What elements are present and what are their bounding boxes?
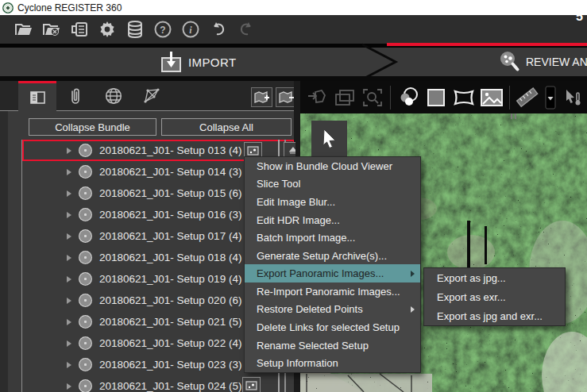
titlebar: Cyclone REGISTER 360 xyxy=(0,0,587,15)
tab-geotags[interactable] xyxy=(95,81,133,111)
project-list-icon xyxy=(30,91,45,104)
context-menu-item[interactable]: Rename Selected Setup xyxy=(245,336,420,355)
submenu-item[interactable]: Export as jpg... xyxy=(424,268,565,287)
expander-icon[interactable] xyxy=(67,190,71,197)
report-icon[interactable] xyxy=(70,20,89,39)
context-menu-item[interactable]: Re-Import Panoramic Images... xyxy=(245,282,420,301)
submenu-arrow-icon xyxy=(411,306,415,313)
menu-item-label: Rename Selected Setup xyxy=(257,340,369,352)
settings-gear-icon[interactable] xyxy=(98,20,117,39)
about-info-icon[interactable]: i xyxy=(181,20,200,39)
select-tool-button[interactable] xyxy=(311,121,347,156)
setup-target-icon xyxy=(79,358,92,371)
redo-icon[interactable] xyxy=(237,20,256,39)
menu-item-label: Slice Tool xyxy=(257,178,300,190)
setup-context-menu: Show in Bundle Cloud Viewer Slice Tool E… xyxy=(244,156,421,373)
submenu-item-label: Export as jpg and exr... xyxy=(437,310,543,322)
setup-image-button[interactable] xyxy=(242,377,261,392)
collapse-bundle-label: Collapse Bundle xyxy=(55,121,130,133)
open-project-icon[interactable] xyxy=(14,20,33,39)
duplicate-view-icon[interactable] xyxy=(334,87,355,108)
cursor-arrow-icon xyxy=(321,129,338,149)
setup-label: 20180621_J01- Setup 013 (4) xyxy=(99,144,241,156)
context-menu-item[interactable]: Setup Information xyxy=(245,354,420,372)
context-menu-item[interactable]: Show in Bundle Cloud Viewer xyxy=(245,157,420,175)
expander-icon[interactable] xyxy=(67,276,71,282)
expander-icon[interactable] xyxy=(67,169,71,175)
context-menu-item[interactable]: Generate Setup Archive(s)... xyxy=(245,247,420,265)
setup-label: 20180621_J01- Setup 018 (4) xyxy=(99,252,241,263)
panorama-view-icon[interactable] xyxy=(454,87,474,108)
collapse-all-label: Collapse All xyxy=(199,121,253,133)
remove-bundle-button[interactable] xyxy=(276,87,295,107)
setup-target-icon xyxy=(79,272,92,286)
collapse-bundle-button[interactable]: Collapse Bundle xyxy=(29,118,156,136)
context-menu-item[interactable]: Slice Tool xyxy=(245,175,420,194)
setup-target-icon xyxy=(79,315,92,329)
rectangle-select-icon[interactable] xyxy=(426,87,446,108)
svg-text:?: ? xyxy=(160,25,165,36)
setup-label: 20180621_J01- Setup 024 (5) xyxy=(99,380,241,392)
context-menu-item[interactable]: Edit HDR Image... xyxy=(245,211,420,229)
setup-label: 20180621_J01- Setup 015 (6) xyxy=(99,187,241,199)
viewport-collapse-handle[interactable] xyxy=(511,113,519,119)
setup-label: 20180621_J01- Setup 021 (5) xyxy=(99,316,241,328)
zoom-to-region-icon[interactable] xyxy=(362,87,383,108)
setup-target-icon xyxy=(79,379,92,392)
submenu-item[interactable]: Export as exr... xyxy=(424,287,565,306)
context-menu-item[interactable]: Edit Image Blur... xyxy=(245,193,420,211)
tab-review-label: REVIEW AN xyxy=(526,56,587,68)
context-menu-item[interactable]: Restore Deleted Points xyxy=(245,301,420,319)
setup-label: 20180621_J01- Setup 019 (4) xyxy=(99,273,241,285)
cyclone-register-360-window: Cyclone REGISTER 360 ? i 5 xyxy=(0,0,587,392)
cluster-colors-icon[interactable] xyxy=(398,87,419,108)
context-menu-item[interactable]: Export Panoramic Images... xyxy=(245,264,420,282)
submenu-item-label: Export as exr... xyxy=(437,291,506,303)
expander-icon[interactable] xyxy=(67,298,71,304)
database-icon[interactable] xyxy=(126,20,145,39)
expander-icon[interactable] xyxy=(67,319,71,325)
tab-links[interactable] xyxy=(133,81,171,111)
tab-review-and-optimize[interactable]: REVIEW AN xyxy=(499,48,587,76)
expander-icon[interactable] xyxy=(67,212,71,218)
main-toolbar: ? i xyxy=(0,15,587,44)
submenu-item-label: Export as jpg... xyxy=(437,272,506,284)
setup-label: 20180621_J01- Setup 023 (3) xyxy=(99,359,241,371)
import-model-space-icon[interactable] xyxy=(307,87,327,108)
export-panoramic-submenu: Export as jpg... Export as exr... Export… xyxy=(423,267,566,326)
toolbar-separator xyxy=(390,86,391,110)
setup-label: 20180621_J01- Setup 017 (4) xyxy=(99,230,241,242)
setup-target-icon xyxy=(79,144,92,157)
close-project-icon[interactable] xyxy=(42,20,61,39)
add-bundle-button[interactable] xyxy=(251,87,272,107)
expander-icon[interactable] xyxy=(67,340,71,347)
setup-label: 20180621_J01- Setup 020 (6) xyxy=(99,294,241,306)
context-menu-item[interactable]: Delete Links for selected Setup xyxy=(245,318,420,336)
image-view-icon[interactable] xyxy=(481,87,502,108)
app-icon xyxy=(2,2,14,13)
setup-label: 20180621_J01- Setup 022 (4) xyxy=(99,337,241,349)
menu-item-label: Re-Import Panoramic Images... xyxy=(257,286,400,298)
expander-icon[interactable] xyxy=(67,383,71,390)
context-menu-item[interactable]: Batch Import Image... xyxy=(245,229,420,247)
expander-icon[interactable] xyxy=(67,255,71,261)
submenu-item[interactable]: Export as jpg and exr... xyxy=(424,306,565,325)
collapse-all-button[interactable]: Collapse All xyxy=(161,118,292,136)
expander-icon[interactable] xyxy=(67,233,71,240)
measure-ruler-icon[interactable] xyxy=(517,87,538,108)
active-stage-red-indicator xyxy=(387,43,587,46)
panel-tab-strip xyxy=(0,81,295,111)
tab-attachments[interactable] xyxy=(56,81,95,111)
help-icon[interactable]: ? xyxy=(153,20,172,39)
expander-icon[interactable] xyxy=(67,148,71,154)
temperature-cursor-icon[interactable] xyxy=(563,87,584,108)
menu-item-label: Restore Deleted Points xyxy=(257,303,363,315)
tab-project-list[interactable] xyxy=(18,81,56,112)
undo-icon[interactable] xyxy=(209,20,228,39)
measure-options-dropdown[interactable] xyxy=(545,87,556,108)
menu-item-label: Delete Links for selected Setup xyxy=(257,321,400,333)
tab-import[interactable]: IMPORT xyxy=(159,48,236,76)
expander-icon[interactable] xyxy=(67,362,71,368)
toolbar-separator xyxy=(509,86,510,110)
menu-item-label: Edit Image Blur... xyxy=(257,196,335,208)
